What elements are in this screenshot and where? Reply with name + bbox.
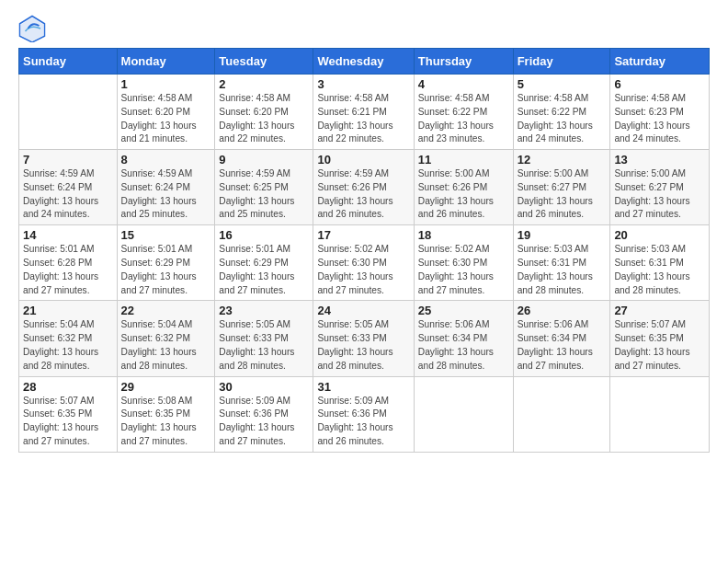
- day-info: Sunrise: 4:58 AM Sunset: 6:23 PM Dayligh…: [614, 92, 705, 146]
- calendar-cell: 13Sunrise: 5:00 AM Sunset: 6:27 PM Dayli…: [610, 150, 710, 225]
- day-info: Sunrise: 5:00 AM Sunset: 6:27 PM Dayligh…: [518, 167, 607, 222]
- header: [18, 15, 710, 42]
- calendar-week-row: 28Sunrise: 5:07 AM Sunset: 6:35 PM Dayli…: [19, 376, 710, 452]
- calendar-cell: 22Sunrise: 5:04 AM Sunset: 6:32 PM Dayli…: [117, 301, 215, 376]
- calendar-table: SundayMondayTuesdayWednesdayThursdayFrid…: [18, 48, 710, 453]
- day-number: 2: [219, 77, 309, 91]
- calendar-cell: [610, 376, 710, 452]
- day-number: 14: [23, 228, 113, 242]
- calendar-cell: [414, 376, 513, 452]
- calendar-cell: 18Sunrise: 5:02 AM Sunset: 6:30 PM Dayli…: [414, 225, 513, 301]
- calendar-cell: 8Sunrise: 4:59 AM Sunset: 6:24 PM Daylig…: [117, 150, 215, 225]
- day-info: Sunrise: 5:02 AM Sunset: 6:30 PM Dayligh…: [317, 243, 409, 297]
- calendar-cell: 10Sunrise: 4:59 AM Sunset: 6:26 PM Dayli…: [313, 150, 414, 225]
- calendar-week-row: 7Sunrise: 4:59 AM Sunset: 6:24 PM Daylig…: [19, 150, 710, 225]
- day-info: Sunrise: 5:01 AM Sunset: 6:29 PM Dayligh…: [219, 243, 309, 297]
- day-number: 24: [317, 304, 409, 317]
- day-number: 12: [518, 153, 607, 167]
- logo: [18, 15, 50, 42]
- calendar-cell: 28Sunrise: 5:07 AM Sunset: 6:35 PM Dayli…: [19, 376, 118, 452]
- calendar-cell: 7Sunrise: 4:59 AM Sunset: 6:24 PM Daylig…: [19, 150, 118, 225]
- calendar-cell: 27Sunrise: 5:07 AM Sunset: 6:35 PM Dayli…: [610, 301, 710, 376]
- calendar-cell: 3Sunrise: 4:58 AM Sunset: 6:21 PM Daylig…: [313, 75, 414, 150]
- calendar-cell: [19, 75, 118, 150]
- calendar-cell: 14Sunrise: 5:01 AM Sunset: 6:28 PM Dayli…: [19, 225, 118, 301]
- day-info: Sunrise: 5:01 AM Sunset: 6:29 PM Dayligh…: [121, 243, 211, 297]
- day-info: Sunrise: 5:06 AM Sunset: 6:34 PM Dayligh…: [518, 318, 607, 373]
- calendar-cell: 16Sunrise: 5:01 AM Sunset: 6:29 PM Dayli…: [215, 225, 313, 301]
- day-number: 31: [317, 380, 409, 394]
- day-number: 16: [219, 228, 309, 242]
- day-number: 20: [614, 228, 705, 242]
- day-number: 26: [518, 304, 607, 317]
- calendar-cell: 25Sunrise: 5:06 AM Sunset: 6:34 PM Dayli…: [414, 301, 513, 376]
- day-info: Sunrise: 5:09 AM Sunset: 6:36 PM Dayligh…: [317, 395, 409, 449]
- day-info: Sunrise: 4:59 AM Sunset: 6:25 PM Dayligh…: [219, 167, 309, 222]
- day-info: Sunrise: 4:59 AM Sunset: 6:24 PM Dayligh…: [23, 167, 113, 222]
- day-info: Sunrise: 5:04 AM Sunset: 6:32 PM Dayligh…: [121, 318, 211, 373]
- day-number: 6: [614, 77, 705, 91]
- day-number: 3: [317, 77, 409, 91]
- day-info: Sunrise: 5:07 AM Sunset: 6:35 PM Dayligh…: [23, 395, 113, 449]
- day-number: 5: [518, 77, 607, 91]
- day-number: 4: [418, 77, 509, 91]
- calendar-header-friday: Friday: [513, 49, 610, 75]
- calendar-week-row: 21Sunrise: 5:04 AM Sunset: 6:32 PM Dayli…: [19, 301, 710, 376]
- day-number: 1: [121, 77, 211, 91]
- day-number: 19: [518, 228, 607, 242]
- calendar-header-saturday: Saturday: [610, 49, 710, 75]
- day-info: Sunrise: 5:03 AM Sunset: 6:31 PM Dayligh…: [614, 243, 705, 297]
- calendar-cell: 5Sunrise: 4:58 AM Sunset: 6:22 PM Daylig…: [513, 75, 610, 150]
- day-info: Sunrise: 4:58 AM Sunset: 6:22 PM Dayligh…: [518, 92, 607, 146]
- day-number: 22: [121, 304, 211, 317]
- day-info: Sunrise: 5:00 AM Sunset: 6:27 PM Dayligh…: [614, 167, 705, 222]
- calendar-cell: 9Sunrise: 4:59 AM Sunset: 6:25 PM Daylig…: [215, 150, 313, 225]
- day-number: 18: [418, 228, 509, 242]
- day-info: Sunrise: 5:05 AM Sunset: 6:33 PM Dayligh…: [317, 318, 409, 373]
- page: SundayMondayTuesdayWednesdayThursdayFrid…: [0, 0, 728, 462]
- day-number: 15: [121, 228, 211, 242]
- day-info: Sunrise: 5:02 AM Sunset: 6:30 PM Dayligh…: [418, 243, 509, 297]
- day-info: Sunrise: 5:00 AM Sunset: 6:26 PM Dayligh…: [418, 167, 509, 222]
- calendar-cell: 6Sunrise: 4:58 AM Sunset: 6:23 PM Daylig…: [610, 75, 710, 150]
- calendar-header-sunday: Sunday: [19, 49, 118, 75]
- day-number: 13: [614, 153, 705, 167]
- day-number: 11: [418, 153, 509, 167]
- day-info: Sunrise: 4:58 AM Sunset: 6:20 PM Dayligh…: [219, 92, 309, 146]
- calendar-cell: 2Sunrise: 4:58 AM Sunset: 6:20 PM Daylig…: [215, 75, 313, 150]
- day-info: Sunrise: 5:08 AM Sunset: 6:35 PM Dayligh…: [121, 395, 211, 449]
- day-info: Sunrise: 5:09 AM Sunset: 6:36 PM Dayligh…: [219, 395, 309, 449]
- day-info: Sunrise: 4:58 AM Sunset: 6:22 PM Dayligh…: [418, 92, 509, 146]
- day-info: Sunrise: 5:04 AM Sunset: 6:32 PM Dayligh…: [23, 318, 113, 373]
- calendar-header-tuesday: Tuesday: [215, 49, 313, 75]
- calendar-cell: 30Sunrise: 5:09 AM Sunset: 6:36 PM Dayli…: [215, 376, 313, 452]
- day-number: 9: [219, 153, 309, 167]
- day-info: Sunrise: 4:58 AM Sunset: 6:20 PM Dayligh…: [121, 92, 211, 146]
- calendar-week-row: 1Sunrise: 4:58 AM Sunset: 6:20 PM Daylig…: [19, 75, 710, 150]
- day-number: 10: [317, 153, 409, 167]
- calendar-cell: 21Sunrise: 5:04 AM Sunset: 6:32 PM Dayli…: [19, 301, 118, 376]
- calendar-cell: 4Sunrise: 4:58 AM Sunset: 6:22 PM Daylig…: [414, 75, 513, 150]
- calendar-header-row: SundayMondayTuesdayWednesdayThursdayFrid…: [19, 49, 710, 75]
- calendar-header-thursday: Thursday: [414, 49, 513, 75]
- calendar-cell: [513, 376, 610, 452]
- calendar-cell: 24Sunrise: 5:05 AM Sunset: 6:33 PM Dayli…: [313, 301, 414, 376]
- day-number: 25: [418, 304, 509, 317]
- day-info: Sunrise: 4:59 AM Sunset: 6:24 PM Dayligh…: [121, 167, 211, 222]
- calendar-header-wednesday: Wednesday: [313, 49, 414, 75]
- calendar-cell: 1Sunrise: 4:58 AM Sunset: 6:20 PM Daylig…: [117, 75, 215, 150]
- day-info: Sunrise: 5:01 AM Sunset: 6:28 PM Dayligh…: [23, 243, 113, 297]
- day-number: 29: [121, 380, 211, 394]
- day-info: Sunrise: 5:06 AM Sunset: 6:34 PM Dayligh…: [418, 318, 509, 373]
- day-number: 8: [121, 153, 211, 167]
- calendar-header-monday: Monday: [117, 49, 215, 75]
- day-number: 27: [614, 304, 705, 317]
- calendar-cell: 17Sunrise: 5:02 AM Sunset: 6:30 PM Dayli…: [313, 225, 414, 301]
- calendar-cell: 23Sunrise: 5:05 AM Sunset: 6:33 PM Dayli…: [215, 301, 313, 376]
- calendar-cell: 12Sunrise: 5:00 AM Sunset: 6:27 PM Dayli…: [513, 150, 610, 225]
- day-number: 23: [219, 304, 309, 317]
- day-info: Sunrise: 5:05 AM Sunset: 6:33 PM Dayligh…: [219, 318, 309, 373]
- day-info: Sunrise: 4:59 AM Sunset: 6:26 PM Dayligh…: [317, 167, 409, 222]
- calendar-cell: 31Sunrise: 5:09 AM Sunset: 6:36 PM Dayli…: [313, 376, 414, 452]
- calendar-cell: 11Sunrise: 5:00 AM Sunset: 6:26 PM Dayli…: [414, 150, 513, 225]
